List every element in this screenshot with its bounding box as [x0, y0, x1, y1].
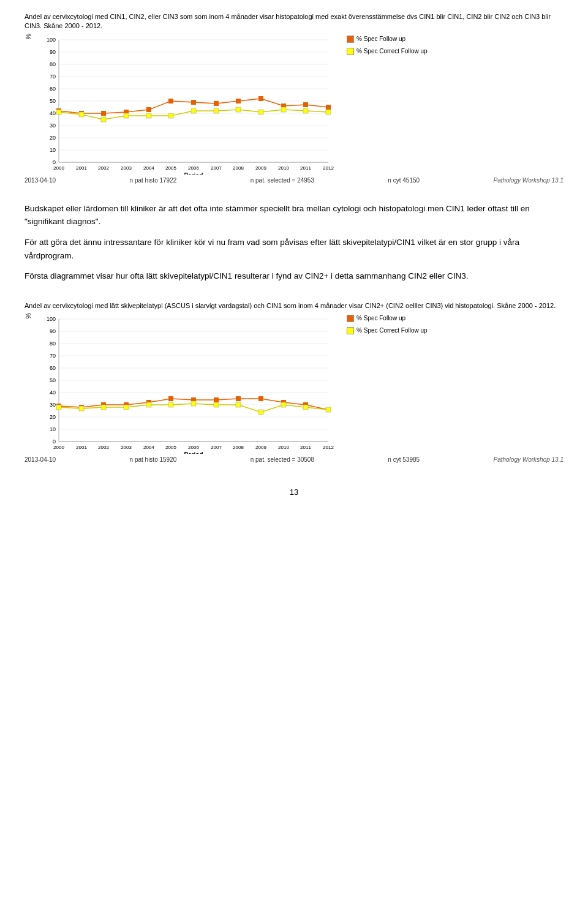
svg-text:100: 100	[47, 316, 56, 322]
svg-text:2008: 2008	[233, 165, 244, 171]
text-block: Budskapet eller lärdomen till kliniker ä…	[24, 202, 551, 283]
svg-text:2011: 2011	[300, 445, 311, 450]
text-paragraph2: För att göra det ännu intressantare för …	[24, 236, 551, 262]
svg-rect-122	[168, 402, 173, 407]
chart2-container: Andel av cervixcytologi med lätt skivepi…	[24, 301, 564, 463]
svg-text:80: 80	[50, 61, 56, 67]
chart2-footer-workshop: Pathology Workshop 13.1	[493, 456, 564, 463]
chart1-footer-workshop: Pathology Workshop 13.1	[493, 177, 564, 184]
svg-rect-52	[56, 110, 61, 115]
chart1-footer-histo: n pat histo 17922	[130, 177, 177, 184]
svg-text:2006: 2006	[188, 445, 199, 450]
svg-text:20: 20	[50, 135, 56, 141]
svg-rect-58	[191, 108, 196, 113]
svg-rect-121	[146, 402, 151, 407]
svg-text:2007: 2007	[211, 445, 222, 450]
svg-text:50: 50	[50, 377, 56, 383]
svg-text:2007: 2007	[211, 165, 222, 171]
chart1-footer-selected: n pat. selected = 24953	[251, 177, 314, 184]
chart2-footer-cyt: n cyt 53985	[388, 456, 420, 463]
svg-rect-48	[258, 96, 263, 101]
chart2-footer-histo: n pat histo 15920	[130, 456, 177, 463]
chart1-svg: 0 10 20 30 40 50 60 70 80 90 100 2000 20…	[34, 34, 341, 175]
svg-text:2003: 2003	[121, 445, 132, 450]
chart2-svg: 0 10 20 30 40 50 60 70 80 90 100 2000 20…	[34, 313, 341, 454]
svg-rect-44	[168, 99, 173, 103]
svg-text:2002: 2002	[98, 165, 109, 171]
svg-text:30: 30	[50, 402, 56, 408]
svg-text:2011: 2011	[300, 165, 311, 171]
text-paragraph1: Budskapet eller lärdomen till kliniker ä…	[24, 202, 551, 228]
svg-rect-111	[214, 397, 219, 402]
chart1-legend-item2: % Spec Correct Follow up	[347, 46, 428, 57]
chart1-footer: 2013-04-10 n pat histo 17922 n pat. sele…	[24, 177, 564, 184]
svg-text:2000: 2000	[53, 445, 64, 450]
chart2-title: Andel av cervixcytologi med lätt skivepi…	[24, 301, 564, 310]
svg-text:2002: 2002	[98, 445, 109, 450]
chart1-legend-label1: % Spec Follow up	[356, 34, 405, 45]
svg-rect-54	[101, 117, 106, 122]
svg-text:2003: 2003	[121, 165, 132, 171]
svg-text:60: 60	[50, 86, 56, 92]
svg-text:100: 100	[47, 37, 56, 43]
svg-rect-109	[168, 396, 173, 401]
page-number: 13	[24, 487, 564, 497]
text-paragraph3: Första diagrammet visar hur ofta lätt sk…	[24, 269, 551, 283]
svg-rect-53	[79, 112, 84, 117]
svg-text:Period: Period	[184, 451, 203, 454]
chart1-footer-cyt: n cyt 45150	[388, 177, 420, 184]
chart1-container: Andel av cervixcytologi med CIN1, CIN2, …	[24, 12, 564, 184]
svg-text:2001: 2001	[76, 445, 87, 450]
svg-text:10: 10	[50, 426, 56, 432]
svg-text:40: 40	[50, 110, 56, 116]
svg-rect-63	[303, 108, 308, 113]
svg-text:70: 70	[50, 73, 56, 80]
svg-text:2006: 2006	[188, 165, 199, 171]
chart2-legend-item2: % Spec Correct Follow up	[347, 325, 428, 336]
svg-text:60: 60	[50, 365, 56, 371]
svg-rect-62	[281, 107, 286, 112]
svg-text:Period: Period	[184, 172, 203, 175]
svg-text:0: 0	[53, 438, 56, 445]
chart2-legend-label2: % Spec Correct Follow up	[356, 325, 428, 336]
chart2-footer-date: 2013-04-10	[24, 456, 56, 463]
svg-text:90: 90	[50, 49, 56, 55]
chart1-legend-item1: % Spec Follow up	[347, 34, 428, 45]
chart2-legend: % Spec Follow up % Spec Correct Follow u…	[347, 313, 428, 337]
chart2-legend-color1	[347, 315, 354, 322]
svg-rect-123	[191, 401, 196, 406]
chart1-legend: % Spec Follow up % Spec Correct Follow u…	[347, 34, 428, 58]
svg-text:80: 80	[50, 340, 56, 347]
svg-text:40: 40	[50, 389, 56, 396]
svg-rect-117	[56, 405, 61, 410]
svg-rect-57	[168, 113, 173, 118]
svg-rect-118	[79, 406, 84, 411]
svg-text:10: 10	[50, 147, 56, 153]
svg-text:2005: 2005	[165, 165, 176, 171]
chart1-legend-color2	[347, 48, 354, 55]
svg-rect-126	[258, 410, 263, 415]
svg-rect-45	[191, 100, 196, 105]
svg-rect-127	[281, 402, 286, 407]
svg-rect-56	[146, 113, 151, 118]
svg-text:20: 20	[50, 414, 56, 420]
svg-text:2010: 2010	[278, 445, 289, 450]
svg-text:90: 90	[50, 328, 56, 334]
chart2-legend-label1: % Spec Follow up	[356, 313, 405, 324]
chart1-title: Andel av cervixcytologi med CIN1, CIN2, …	[24, 12, 564, 31]
svg-text:2012: 2012	[323, 165, 334, 171]
svg-rect-59	[214, 108, 219, 113]
svg-text:30: 30	[50, 122, 56, 129]
chart1-y-label: %	[24, 34, 32, 46]
svg-text:2009: 2009	[255, 165, 266, 171]
svg-rect-113	[258, 396, 263, 401]
svg-rect-119	[101, 405, 106, 410]
svg-rect-41	[101, 111, 106, 116]
svg-rect-64	[326, 110, 331, 115]
svg-text:2000: 2000	[53, 165, 64, 171]
svg-rect-47	[236, 99, 241, 103]
svg-text:70: 70	[50, 353, 56, 359]
chart2-footer-selected: n pat. selected = 30508	[251, 456, 314, 463]
svg-rect-51	[326, 105, 331, 110]
svg-text:50: 50	[50, 98, 56, 104]
